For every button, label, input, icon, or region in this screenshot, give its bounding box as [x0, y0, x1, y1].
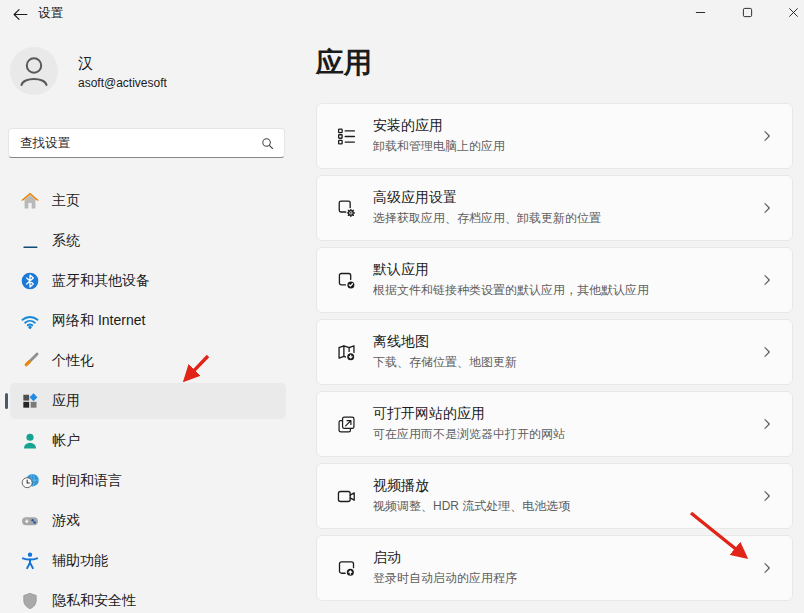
sidebar-nav: 主页 系统 蓝牙和其他设备 网络和 Internet 个性化 应用 帐户 时间和… [10, 183, 286, 613]
chevron-right-icon [760, 201, 774, 215]
sidebar-item-gaming[interactable]: 游戏 [10, 503, 286, 539]
user-profile[interactable]: 汉 asoft@activesoft [10, 47, 286, 99]
minimize-button[interactable] [687, 0, 713, 24]
sidebar-item-label: 应用 [52, 392, 80, 410]
maximize-button[interactable] [734, 0, 760, 24]
installed-apps-icon [336, 126, 357, 147]
apps-for-websites-icon [336, 414, 357, 435]
page-title: 应用 [316, 44, 372, 82]
sidebar-item-accessibility[interactable]: 辅助功能 [10, 543, 286, 579]
row-title: 高级应用设置 [373, 189, 760, 207]
selected-indicator [5, 393, 8, 409]
system-icon [20, 231, 40, 251]
close-button[interactable] [780, 0, 804, 24]
sidebar-item-accounts[interactable]: 帐户 [10, 423, 286, 459]
row-title: 安装的应用 [373, 117, 760, 135]
avatar [10, 47, 58, 95]
gaming-icon [20, 511, 40, 531]
person-icon [10, 47, 58, 95]
back-button[interactable] [8, 3, 32, 25]
search-box [8, 128, 285, 158]
sidebar-item-home[interactable]: 主页 [10, 183, 286, 219]
back-arrow-icon [12, 6, 29, 23]
accessibility-icon [20, 551, 40, 571]
settings-row-offline-maps[interactable]: 离线地图 下载、存储位置、地图更新 [316, 319, 793, 385]
sidebar-item-label: 时间和语言 [52, 472, 122, 490]
row-title: 默认应用 [373, 261, 760, 279]
row-title: 启动 [373, 549, 760, 567]
row-title: 视频播放 [373, 477, 760, 495]
row-title: 离线地图 [373, 333, 760, 351]
settings-row-startup[interactable]: 启动 登录时自动启动的应用程序 [316, 535, 793, 601]
privacy-icon [20, 591, 40, 611]
startup-icon [336, 558, 357, 579]
sidebar-item-label: 辅助功能 [52, 552, 108, 570]
accounts-icon [20, 431, 40, 451]
sidebar-item-label: 系统 [52, 232, 80, 250]
bluetooth-icon [20, 271, 40, 291]
sidebar-item-label: 个性化 [52, 352, 94, 370]
network-icon [20, 311, 40, 331]
row-subtitle: 登录时自动启动的应用程序 [373, 570, 760, 587]
sidebar-item-label: 网络和 Internet [52, 312, 145, 330]
chevron-right-icon [760, 417, 774, 431]
search-input[interactable] [9, 129, 284, 157]
row-subtitle: 视频调整、HDR 流式处理、电池选项 [373, 498, 760, 515]
time-language-icon [20, 471, 40, 491]
close-icon [788, 7, 799, 18]
sidebar-item-apps[interactable]: 应用 [10, 383, 286, 419]
sidebar-item-personalization[interactable]: 个性化 [10, 343, 286, 379]
sidebar-item-bluetooth[interactable]: 蓝牙和其他设备 [10, 263, 286, 299]
row-subtitle: 选择获取应用、存档应用、卸载更新的位置 [373, 210, 760, 227]
personalization-icon [20, 351, 40, 371]
settings-rows: 安装的应用 卸载和管理电脑上的应用 高级应用设置 选择获取应用、存档应用、卸载更… [316, 103, 793, 607]
maximize-icon [742, 7, 753, 18]
settings-row-default-apps[interactable]: 默认应用 根据文件和链接种类设置的默认应用，其他默认应用 [316, 247, 793, 313]
apps-icon [20, 391, 40, 411]
advanced-app-settings-icon [336, 198, 357, 219]
video-playback-icon [336, 486, 357, 507]
settings-window: 设置 汉 asoft@activesoft 主页 系统 蓝牙和其他设备 网络和 [0, 0, 804, 613]
row-subtitle: 下载、存储位置、地图更新 [373, 354, 760, 371]
chevron-right-icon [760, 345, 774, 359]
chevron-right-icon [760, 273, 774, 287]
settings-row-advanced-app-settings[interactable]: 高级应用设置 选择获取应用、存档应用、卸载更新的位置 [316, 175, 793, 241]
chevron-right-icon [760, 561, 774, 575]
sidebar-item-label: 蓝牙和其他设备 [52, 272, 150, 290]
sidebar-item-label: 游戏 [52, 512, 80, 530]
row-subtitle: 卸载和管理电脑上的应用 [373, 138, 760, 155]
settings-row-video-playback[interactable]: 视频播放 视频调整、HDR 流式处理、电池选项 [316, 463, 793, 529]
sidebar-item-system[interactable]: 系统 [10, 223, 286, 259]
user-email: asoft@activesoft [78, 76, 167, 90]
row-subtitle: 根据文件和链接种类设置的默认应用，其他默认应用 [373, 282, 760, 299]
window-title: 设置 [38, 5, 63, 22]
offline-maps-icon [336, 342, 357, 363]
chevron-right-icon [760, 489, 774, 503]
settings-row-apps-for-websites[interactable]: 可打开网站的应用 可在应用而不是浏览器中打开的网站 [316, 391, 793, 457]
default-apps-icon [336, 270, 357, 291]
sidebar-item-network[interactable]: 网络和 Internet [10, 303, 286, 339]
minimize-icon [695, 7, 706, 18]
row-subtitle: 可在应用而不是浏览器中打开的网站 [373, 426, 760, 443]
sidebar-item-label: 帐户 [52, 432, 80, 450]
user-name: 汉 [78, 54, 93, 73]
chevron-right-icon [760, 129, 774, 143]
sidebar-item-label: 主页 [52, 192, 80, 210]
sidebar-item-time-language[interactable]: 时间和语言 [10, 463, 286, 499]
home-icon [20, 191, 40, 211]
settings-row-installed-apps[interactable]: 安装的应用 卸载和管理电脑上的应用 [316, 103, 793, 169]
sidebar-item-privacy[interactable]: 隐私和安全性 [10, 583, 286, 613]
row-title: 可打开网站的应用 [373, 405, 760, 423]
sidebar-item-label: 隐私和安全性 [52, 592, 136, 610]
